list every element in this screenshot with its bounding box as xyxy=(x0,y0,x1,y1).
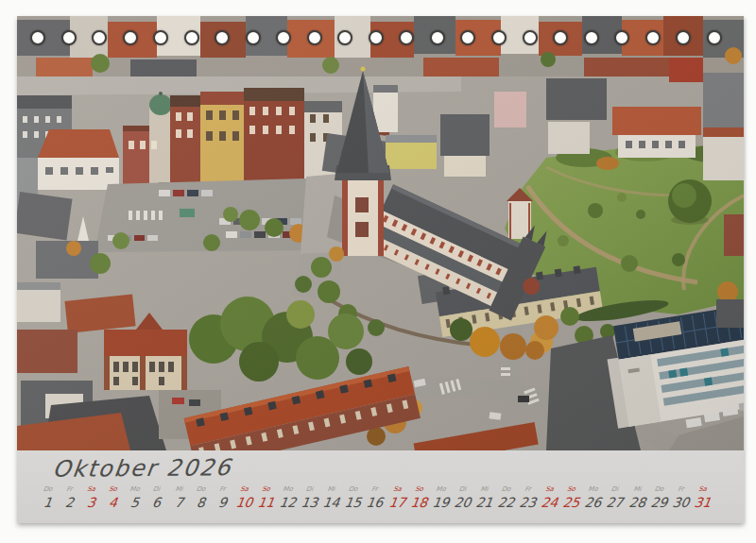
weekday-label: Fr xyxy=(211,484,233,494)
date-number: 17 xyxy=(385,494,409,511)
day-cell: Di 27 xyxy=(604,484,626,511)
date-number: 8 xyxy=(188,494,213,511)
day-cell: Di 6 xyxy=(146,484,167,511)
date-number: 31 xyxy=(691,494,715,511)
date-number: 1 xyxy=(36,494,60,511)
weekday-label: Fr xyxy=(58,484,80,494)
date-number: 27 xyxy=(603,494,627,511)
day-cell: So 11 xyxy=(255,484,277,511)
backdrop: Oktober 2026 Do 1 Fr 2 Sa 3 xyxy=(0,0,756,543)
weekday-label: Mi xyxy=(167,484,190,494)
weekday-label: So xyxy=(102,484,125,494)
date-number: 29 xyxy=(646,494,671,511)
date-number: 11 xyxy=(254,494,279,511)
day-cell: Fr 9 xyxy=(212,484,233,511)
date-number: 28 xyxy=(625,494,649,511)
weekday-label: Do xyxy=(189,484,212,494)
aerial-photo-illustration xyxy=(17,16,744,450)
date-number: 20 xyxy=(451,494,475,511)
date-number: 9 xyxy=(210,494,234,511)
day-cell: Di 20 xyxy=(452,484,473,511)
weekday-label: So xyxy=(407,484,430,494)
date-number: 24 xyxy=(538,494,562,511)
weekday-label: Mo xyxy=(124,484,146,494)
day-cell: Mo 5 xyxy=(124,484,146,511)
date-number: 30 xyxy=(668,494,693,511)
date-number: 19 xyxy=(428,494,453,511)
month-title: Oktober 2026 xyxy=(51,454,233,483)
date-number: 7 xyxy=(166,494,191,511)
weekday-label: Mo xyxy=(429,484,452,494)
day-cell: So 18 xyxy=(408,484,430,511)
day-cell: Sa 10 xyxy=(233,484,255,511)
weekday-label: Di xyxy=(146,484,168,494)
weekday-label: Sa xyxy=(232,484,255,494)
weekday-label: Fr xyxy=(516,484,539,494)
date-row: Do 1 Fr 2 Sa 3 So 4 xyxy=(37,484,713,511)
date-number: 23 xyxy=(516,494,541,511)
day-cell: Mo 26 xyxy=(582,484,604,511)
day-cell: Fr 16 xyxy=(364,484,386,511)
date-number: 10 xyxy=(232,494,257,511)
weekday-label: Do xyxy=(342,484,365,494)
day-cell: Fr 23 xyxy=(517,484,539,511)
weekday-label: So xyxy=(254,484,277,494)
day-cell: So 25 xyxy=(560,484,582,511)
day-cell: So 4 xyxy=(102,484,124,511)
date-number: 16 xyxy=(363,494,387,511)
weekday-label: Fr xyxy=(364,484,387,494)
weekday-label: Mi xyxy=(320,484,343,494)
day-cell: Do 1 xyxy=(37,484,59,511)
day-cell: Fr 2 xyxy=(59,484,80,511)
date-number: 21 xyxy=(472,494,497,511)
date-number: 13 xyxy=(298,494,322,511)
date-number: 25 xyxy=(559,494,584,511)
day-cell: Do 29 xyxy=(648,484,670,511)
date-number: 3 xyxy=(79,494,104,511)
date-number: 6 xyxy=(145,494,169,511)
weekday-label: Mo xyxy=(276,484,299,494)
day-cell: Di 13 xyxy=(299,484,320,511)
day-cell: Mi 7 xyxy=(168,484,190,511)
day-cell: Mo 12 xyxy=(277,484,299,511)
day-cell: Fr 30 xyxy=(670,484,692,511)
weekday-label: Sa xyxy=(386,484,408,494)
weekday-label: So xyxy=(560,484,583,494)
date-number: 12 xyxy=(276,494,301,511)
day-cell: Mi 28 xyxy=(627,484,648,511)
day-cell: Sa 24 xyxy=(539,484,560,511)
date-number: 4 xyxy=(101,494,126,511)
date-number: 18 xyxy=(406,494,431,511)
weekday-label: Do xyxy=(36,484,59,494)
day-cell: Mo 19 xyxy=(430,484,452,511)
weekday-label: Sa xyxy=(691,484,713,494)
day-cell: Do 8 xyxy=(190,484,212,511)
date-number: 22 xyxy=(494,494,519,511)
day-cell: Do 22 xyxy=(495,484,517,511)
date-number: 2 xyxy=(58,494,82,511)
calendar-page: Oktober 2026 Do 1 Fr 2 Sa 3 xyxy=(17,16,744,523)
weekday-label: Do xyxy=(494,484,517,494)
weekday-label: Mi xyxy=(626,484,648,494)
day-cell: Sa 31 xyxy=(692,484,713,511)
date-number: 5 xyxy=(123,494,147,511)
weekday-label: Sa xyxy=(79,484,102,494)
weekday-label: Fr xyxy=(669,484,692,494)
date-number: 14 xyxy=(319,494,344,511)
day-cell: Sa 3 xyxy=(80,484,102,511)
weekday-label: Mi xyxy=(472,484,495,494)
date-number: 15 xyxy=(341,494,366,511)
weekday-label: Di xyxy=(604,484,627,494)
date-number: 26 xyxy=(581,494,606,511)
weekday-label: Do xyxy=(647,484,670,494)
day-cell: Sa 17 xyxy=(387,484,408,511)
day-cell: Mi 14 xyxy=(320,484,342,511)
calendar-strip: Oktober 2026 Do 1 Fr 2 Sa 3 xyxy=(17,450,744,523)
weekday-label: Sa xyxy=(538,484,560,494)
weekday-label: Di xyxy=(451,484,473,494)
day-cell: Mi 21 xyxy=(473,484,495,511)
weekday-label: Di xyxy=(298,484,320,494)
day-cell: Do 15 xyxy=(342,484,364,511)
aerial-photo xyxy=(17,16,744,450)
weekday-label: Mo xyxy=(582,484,605,494)
